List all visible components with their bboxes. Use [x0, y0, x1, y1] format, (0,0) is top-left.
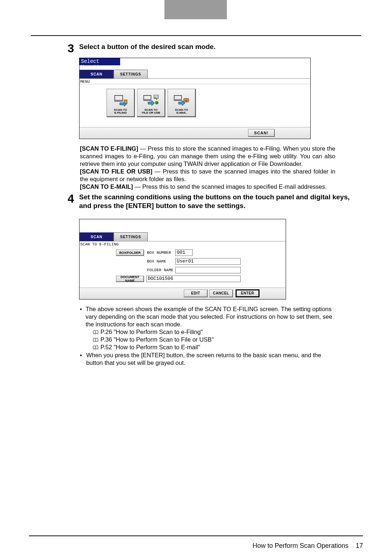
desc-email-text: — Press this to send the scanned images … [133, 183, 327, 190]
box-name-field[interactable]: User01 [175, 258, 241, 265]
step-4-title: Set the scanning conditions using the bu… [79, 193, 363, 210]
cancel-button[interactable]: CANCEL [209, 289, 233, 297]
enter-button[interactable]: ENTER [236, 289, 260, 297]
bullet-1: • The above screen shows the example of … [80, 305, 335, 351]
step-3: 3 Select a button of the desired scan mo… [65, 42, 363, 145]
ref-2-text: P.36 "How to Perform Scan to File or USB… [101, 336, 214, 343]
box-number-label: BOX NUMBER : [147, 250, 178, 255]
step-4-number: 4 [65, 193, 74, 305]
ref-2: P.36 "How to Perform Scan to File or USB… [93, 336, 335, 343]
svg-point-6 [155, 101, 158, 104]
scan-to-efiling-button[interactable]: SCAN TOE-FILING [106, 89, 135, 117]
desc-fileusb-bold: [SCAN TO FILE OR USB] [80, 168, 152, 175]
box-name-label: BOX NAME : [147, 259, 178, 264]
ref-1-text: P.26 "How to Perform Scan to e-Filing" [101, 328, 203, 336]
book-icon [93, 330, 98, 334]
desc-email-bold: [SCAN TO E-MAIL] [80, 183, 133, 190]
tab-scan[interactable]: SCAN [79, 70, 114, 78]
email-icon: @ [173, 95, 189, 107]
tab-row-2: SCAN SETTINGS [79, 230, 286, 241]
svg-rect-8 [174, 99, 181, 101]
top-rule [31, 35, 361, 36]
bullet-2: • When you press the [ENTER] button, the… [80, 351, 335, 367]
svg-rect-1 [115, 100, 123, 101]
file-usb-icon [143, 95, 159, 107]
desc-efiling: [SCAN TO E-FILING] — Press this to store… [80, 145, 335, 168]
tab-settings[interactable]: SETTINGS [114, 70, 148, 78]
document-name-field[interactable]: DOC101506 [146, 276, 241, 282]
screenshot2-footer: EDIT CANCEL ENTER [79, 288, 286, 299]
step4-bullets: • The above screen shows the example of … [80, 305, 335, 367]
submenu-label: MENU [79, 78, 310, 84]
page-footer: How to Perform Scan Operations 17 [29, 535, 363, 550]
book-icon [93, 345, 98, 350]
scan-to-email-button[interactable]: @ SCAN TOE-MAIL [167, 89, 196, 117]
ref-3-text: P.52 "How to Perform Scan to E-mail" [101, 343, 200, 351]
scan-button[interactable]: SCAN! [248, 129, 275, 137]
mode2-l2: FILE OR USB [142, 111, 160, 114]
box-folder-button[interactable]: BOX/FOLDER [116, 249, 144, 256]
svg-text:@: @ [185, 99, 188, 102]
box-number-field[interactable]: 001 [175, 249, 193, 256]
footer-page: 17 [356, 542, 363, 549]
scan-to-file-usb-button[interactable]: SCAN TOFILE OR USB [137, 89, 165, 117]
scan-mode-screenshot: Select Menu!! SCAN SETTINGS MENU SCA [79, 58, 311, 139]
edit-button[interactable]: EDIT [184, 289, 208, 297]
top-grey-block [164, 0, 227, 19]
efiling-form: BOX/FOLDER BOX NUMBER : 001 BOX NAME : U… [79, 247, 286, 290]
submenu-label-2: SCAN TO E-FILING [79, 241, 286, 247]
step-4: 4 Set the scanning conditions using the … [65, 193, 363, 305]
svg-rect-4 [144, 99, 151, 101]
footer-text: How to Perform Scan Operations [253, 542, 348, 549]
mode3-l2: E-MAIL [176, 111, 187, 114]
svg-rect-2 [124, 100, 127, 103]
step-3-number: 3 [65, 42, 74, 145]
tab-settings-2[interactable]: SETTINGS [114, 232, 148, 241]
ref-1: P.26 "How to Perform Scan to e-Filing" [93, 328, 335, 336]
efiling-form-screenshot: SCAN SETTINGS SCAN TO E-FILING BOX/FOLDE… [79, 219, 286, 300]
top-margin [0, 0, 392, 19]
bullet-1-text: The above screen shows the example of th… [86, 306, 332, 327]
document-name-button[interactable]: DOCUMENT NAME [116, 276, 144, 282]
mode1-l2: E-FILING [114, 111, 127, 114]
bullet-2-text: When you press the [ENTER] button, the s… [86, 351, 335, 367]
tab-scan-2[interactable]: SCAN [79, 232, 114, 241]
desc-efiling-bold: [SCAN TO E-FILING] [80, 145, 138, 152]
folder-name-field[interactable] [175, 267, 241, 273]
efiling-icon [113, 95, 128, 107]
desc-email: [SCAN TO E-MAIL] — Press this to send th… [80, 183, 335, 191]
step-3-title: Select a button of the desired scan mode… [79, 42, 363, 51]
tab-row: SCAN SETTINGS [79, 68, 310, 78]
book-icon [93, 338, 98, 342]
folder-name-label: FOLDER NAME : [147, 268, 178, 272]
screenshot1-footer: SCAN! [79, 127, 310, 139]
window-titlebar: Select Menu!! [79, 58, 120, 65]
desc-fileusb: [SCAN TO FILE OR USB] — Press this to sa… [80, 168, 335, 183]
ref-3: P.52 "How to Perform Scan to E-mail" [93, 343, 335, 351]
